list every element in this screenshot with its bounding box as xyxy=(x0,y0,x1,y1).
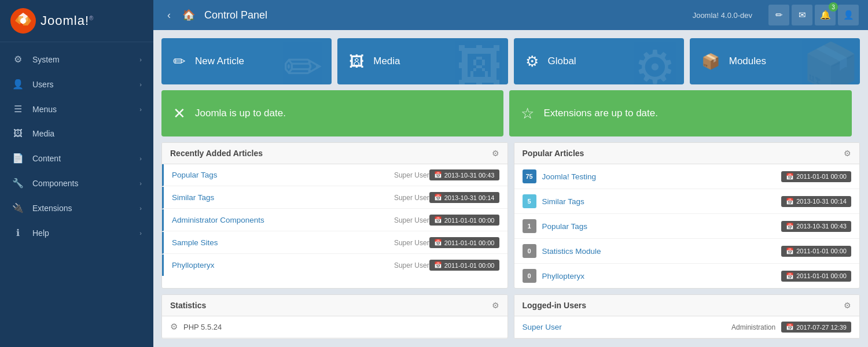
notification-badge: 3 xyxy=(829,2,838,12)
article-link[interactable]: Administrator Components xyxy=(172,216,391,224)
article-date: 📅 2013-10-31 00:43 xyxy=(429,169,499,180)
table-row: Administrator Components Super User 📅 20… xyxy=(162,209,507,231)
extensions-icon: 🔌 xyxy=(12,202,24,213)
sidebar-item-extensions[interactable]: 🔌 Extensions › xyxy=(0,195,153,220)
user-name: Super User xyxy=(523,323,726,331)
panels-row-1: Recently Added Articles ⚙ Popular Tags S… xyxy=(161,142,860,289)
calendar-icon: 📅 xyxy=(786,248,794,255)
star-icon: ☆ xyxy=(521,105,534,123)
article-author: Super User xyxy=(394,239,429,247)
article-date: 📅 2013-10-31 00:43 xyxy=(781,221,851,232)
settings-icon[interactable]: ⚙ xyxy=(844,149,851,158)
mail-button[interactable]: ✉ xyxy=(792,5,812,25)
article-date: 📅 2011-01-01 00:00 xyxy=(781,246,851,257)
panel-title: Recently Added Articles xyxy=(170,149,263,158)
sidebar-item-users[interactable]: 👤 Users › xyxy=(0,72,153,97)
article-link[interactable]: Similar Tags xyxy=(542,197,782,206)
logo-text: Joomla!® xyxy=(41,13,94,28)
new-article-tile[interactable]: ✏ New Article ✏ xyxy=(161,38,332,84)
calendar-icon: 📅 xyxy=(434,239,442,246)
list-item: ⚙ PHP 5.5.24 xyxy=(162,316,507,338)
article-link[interactable]: Phyllopteryx xyxy=(172,261,391,270)
article-link[interactable]: Statistics Module xyxy=(542,247,782,256)
modules-tile[interactable]: 📦 Modules 📦 xyxy=(690,38,860,84)
gear-icon: ⚙ xyxy=(525,53,539,71)
panel-body: Super User Administration 📅 2017-07-27 1… xyxy=(514,316,860,338)
article-date: 📅 2011-01-01 00:00 xyxy=(429,215,499,226)
article-link[interactable]: Phyllopteryx xyxy=(542,272,782,280)
chevron-right-icon: › xyxy=(139,155,142,162)
joomla-update-tile[interactable]: ✕ Joomla is up to date. xyxy=(161,90,503,136)
notifications-button[interactable]: 🔔 3 xyxy=(815,5,836,25)
sidebar-item-help[interactable]: ℹ Help › xyxy=(0,220,153,245)
panel-title: Popular Articles xyxy=(523,149,584,158)
panels-row-2: Statistics ⚙ ⚙ PHP 5.5.24 Logged-in User… xyxy=(161,294,860,339)
panel-body: 75 Joomla! Testing 📅 2011-01-01 00:00 5 … xyxy=(514,164,860,288)
media-tile[interactable]: 🖼 Media 🖼 xyxy=(337,38,507,84)
sidebar-item-menus[interactable]: ☰ Menus › xyxy=(0,97,153,121)
tile-bg: 🖼 xyxy=(444,38,508,84)
tile-label: Joomla is up to date. xyxy=(195,108,286,119)
back-button[interactable]: ‹ xyxy=(163,7,175,24)
media-tile-icon: 🖼 xyxy=(349,53,364,71)
table-row: Sample Sites Super User 📅 2011-01-01 00:… xyxy=(162,232,507,254)
article-link[interactable]: Sample Sites xyxy=(172,238,391,247)
edit-button[interactable]: ✏ xyxy=(768,5,789,25)
calendar-icon: 📅 xyxy=(786,198,794,205)
table-row: Phyllopteryx Super User 📅 2011-01-01 00:… xyxy=(162,254,507,276)
extensions-update-tile[interactable]: ☆ Extensions are up to date. xyxy=(509,90,851,136)
panel-title: Logged-in Users xyxy=(523,301,586,310)
article-author: Super User xyxy=(394,216,429,224)
sidebar-item-label: System xyxy=(32,55,139,64)
sidebar-item-label: Help xyxy=(32,228,139,238)
user-button[interactable]: 👤 xyxy=(838,5,859,25)
sidebar-item-label: Extensions xyxy=(32,204,139,213)
view-count: 1 xyxy=(523,219,536,233)
sidebar-item-label: Content xyxy=(32,154,139,163)
table-row: 0 Phyllopteryx 📅 2011-01-01 00:00 xyxy=(514,264,860,288)
sidebar-item-media[interactable]: 🖼 Media xyxy=(0,121,153,146)
version-label: Joomla! 4.0.0-dev xyxy=(693,11,752,20)
settings-icon[interactable]: ⚙ xyxy=(492,149,499,158)
settings-icon[interactable]: ⚙ xyxy=(844,301,851,310)
main-area: ‹ 🏠 Control Panel Joomla! 4.0.0-dev ✏ ✉ … xyxy=(153,0,868,347)
chevron-right-icon: › xyxy=(139,180,142,187)
sidebar-item-label: Menus xyxy=(32,105,139,114)
article-date: 📅 2013-10-31 00:14 xyxy=(429,192,499,203)
calendar-icon: 📅 xyxy=(434,171,442,179)
article-link[interactable]: Similar Tags xyxy=(172,193,391,202)
panel-header: Popular Articles ⚙ xyxy=(514,143,860,164)
table-row: 1 Popular Tags 📅 2013-10-31 00:43 xyxy=(514,214,860,239)
sidebar-item-components[interactable]: 🔧 Components › xyxy=(0,171,153,195)
tile-bg: ✏ xyxy=(268,38,332,84)
sidebar-item-label: Users xyxy=(32,80,139,89)
article-author: Super User xyxy=(394,194,429,202)
tile-label: Media xyxy=(373,56,400,67)
calendar-icon: 📅 xyxy=(434,194,442,201)
global-tile[interactable]: ⚙ Global ⚙ xyxy=(514,38,684,84)
article-author: Super User xyxy=(394,261,429,270)
tiles-row-1: ✏ New Article ✏ 🖼 Media 🖼 ⚙ Global ⚙ 📦 M… xyxy=(161,38,860,84)
header: ‹ 🏠 Control Panel Joomla! 4.0.0-dev ✏ ✉ … xyxy=(153,0,868,30)
system-icon: ⚙ xyxy=(12,54,24,65)
article-link[interactable]: Popular Tags xyxy=(542,222,782,231)
panel-body: Popular Tags Super User 📅 2013-10-31 00:… xyxy=(162,164,507,276)
article-link[interactable]: Popular Tags xyxy=(172,171,391,179)
article-date: 📅 2011-01-01 00:00 xyxy=(429,260,499,271)
calendar-icon: 📅 xyxy=(786,223,794,230)
calendar-icon: 📅 xyxy=(786,272,794,280)
logo-area: Joomla!® xyxy=(0,0,153,42)
sidebar-item-content[interactable]: 📄 Content › xyxy=(0,146,153,171)
user-role: Administration xyxy=(731,323,775,331)
panel-title: Statistics xyxy=(170,301,206,310)
gear-icon: ⚙ xyxy=(170,322,178,332)
sidebar-item-label: Components xyxy=(32,179,139,188)
article-link[interactable]: Joomla! Testing xyxy=(542,172,782,181)
sidebar-item-system[interactable]: ⚙ System › xyxy=(0,47,153,72)
table-row: 5 Similar Tags 📅 2013-10-31 00:14 xyxy=(514,189,860,214)
settings-icon[interactable]: ⚙ xyxy=(492,301,499,310)
tile-bg: ⚙ xyxy=(620,38,684,84)
chevron-right-icon: › xyxy=(139,230,142,237)
components-icon: 🔧 xyxy=(12,178,24,189)
view-count: 5 xyxy=(523,194,536,208)
